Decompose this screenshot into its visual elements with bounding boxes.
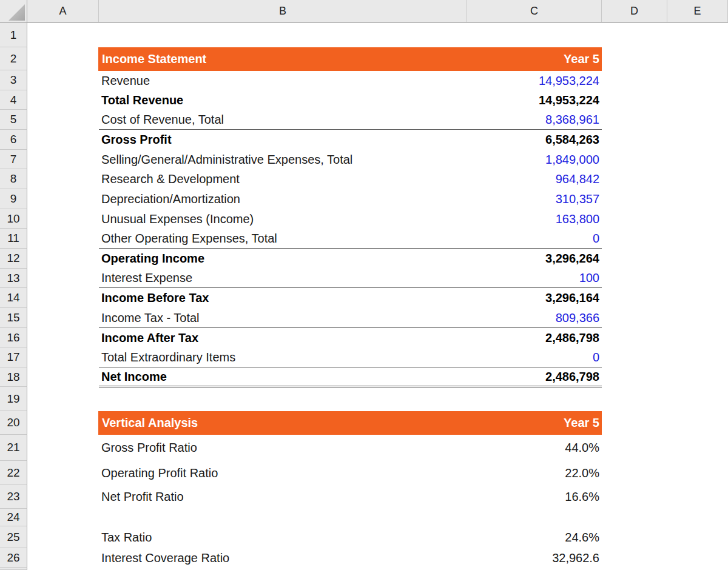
row-value-cell[interactable]: 0 bbox=[593, 232, 602, 246]
row-value-cell[interactable]: 310,357 bbox=[556, 192, 602, 206]
row-label-cell[interactable]: Depreciation/Amortization bbox=[99, 192, 240, 206]
row-label-cell[interactable]: Income After Tax bbox=[99, 331, 198, 345]
column-header-a[interactable]: A bbox=[27, 0, 99, 23]
column-header-e[interactable]: E bbox=[667, 0, 728, 23]
ratio-row-gross-profit-ratio: Gross Profit Ratio 44.0% bbox=[99, 435, 602, 461]
statement-row-revenue: Revenue 14,953,224 bbox=[99, 71, 602, 90]
row-header-12[interactable]: 12 bbox=[0, 249, 27, 269]
row-label-cell[interactable]: Income Before Tax bbox=[99, 291, 209, 305]
row-value-cell[interactable]: 3,296,164 bbox=[545, 291, 602, 305]
row-header-5[interactable]: 5 bbox=[0, 110, 27, 130]
column-header-c[interactable]: C bbox=[467, 0, 602, 23]
row-value-cell[interactable]: 2,486,798 bbox=[545, 331, 602, 345]
row-header-10[interactable]: 10 bbox=[0, 209, 27, 229]
income-statement-title: Income Statement bbox=[98, 52, 206, 66]
row-value-cell[interactable]: 44.0% bbox=[565, 441, 602, 455]
row-header-6[interactable]: 6 bbox=[0, 130, 27, 150]
row-label-cell[interactable]: Operating Profit Ratio bbox=[99, 466, 218, 480]
row-value-cell[interactable]: 6,584,263 bbox=[545, 133, 602, 147]
row-value-cell[interactable]: 8,368,961 bbox=[545, 113, 602, 127]
row-label-cell[interactable]: Net Profit Ratio bbox=[99, 490, 184, 504]
row-label-cell[interactable]: Total Extraordinary Items bbox=[99, 350, 235, 364]
ratio-row-net-profit-ratio: Net Profit Ratio 16.6% bbox=[99, 485, 602, 509]
row-header-15[interactable]: 15 bbox=[0, 308, 27, 328]
statement-row-interest-expense: Interest Expense 100 bbox=[99, 269, 602, 288]
row-value-cell[interactable]: 14,953,224 bbox=[539, 74, 602, 88]
vertical-analysis-period: Year 5 bbox=[564, 416, 602, 430]
statement-row-income-tax-total: Income Tax - Total 809,366 bbox=[99, 308, 602, 328]
vertical-analysis-title: Vertical Analysis bbox=[98, 416, 198, 430]
row-label-cell[interactable]: Selling/General/Administrative Expenses,… bbox=[99, 153, 352, 167]
income-statement-period: Year 5 bbox=[564, 52, 602, 66]
row-header-13[interactable]: 13 bbox=[0, 269, 27, 288]
row-header-21[interactable]: 21 bbox=[0, 435, 27, 461]
statement-row-depreciation-amortization: Depreciation/Amortization 310,357 bbox=[99, 189, 602, 209]
row-header-3[interactable]: 3 bbox=[0, 70, 27, 90]
row-header-17[interactable]: 17 bbox=[0, 347, 27, 367]
statement-row-total-revenue: Total Revenue 14,953,224 bbox=[99, 90, 602, 110]
statement-row-cost-of-revenue: Cost of Revenue, Total 8,368,961 bbox=[99, 110, 602, 130]
row-value-cell[interactable]: 964,842 bbox=[556, 172, 602, 186]
income-statement-header-bar[interactable]: Income Statement Year 5 bbox=[98, 47, 602, 71]
statement-row-income-before-tax: Income Before Tax 3,296,164 bbox=[99, 288, 602, 308]
row-label-cell[interactable]: Research & Development bbox=[99, 172, 240, 186]
statement-row-sga-expenses: Selling/General/Administrative Expenses,… bbox=[99, 150, 602, 169]
row-label-cell[interactable]: Gross Profit Ratio bbox=[99, 441, 197, 455]
row-header-23[interactable]: 23 bbox=[0, 485, 27, 509]
row-label-cell[interactable]: Operating Income bbox=[99, 252, 204, 266]
row-label-cell[interactable]: Other Operating Expenses, Total bbox=[99, 232, 277, 246]
row-value-cell[interactable]: 100 bbox=[579, 271, 602, 285]
row-header-4[interactable]: 4 bbox=[0, 90, 27, 110]
row-label-cell[interactable]: Cost of Revenue, Total bbox=[99, 113, 224, 127]
row-label-cell[interactable]: Revenue bbox=[99, 74, 150, 88]
row-header-19[interactable]: 19 bbox=[0, 387, 27, 411]
row-header-14[interactable]: 14 bbox=[0, 288, 27, 308]
row-header-1[interactable]: 1 bbox=[0, 23, 27, 47]
row-value-cell[interactable]: 809,366 bbox=[556, 311, 602, 325]
row-header-16[interactable]: 16 bbox=[0, 328, 27, 347]
row-label-cell[interactable]: Income Tax - Total bbox=[99, 311, 200, 325]
statement-row-operating-income: Operating Income 3,296,264 bbox=[99, 249, 602, 269]
row-label-cell[interactable]: Unusual Expenses (Income) bbox=[99, 212, 254, 226]
row-header-24[interactable]: 24 bbox=[0, 509, 27, 526]
row-value-cell[interactable]: 0 bbox=[593, 350, 602, 364]
vertical-analysis-header-bar[interactable]: Vertical Analysis Year 5 bbox=[98, 411, 602, 435]
row-header-25[interactable]: 25 bbox=[0, 526, 27, 548]
statement-row-other-operating-expenses: Other Operating Expenses, Total 0 bbox=[99, 229, 602, 249]
row-value-cell[interactable]: 163,800 bbox=[556, 212, 602, 226]
row-header-18[interactable]: 18 bbox=[0, 367, 27, 387]
row-label-cell[interactable]: Net Income bbox=[99, 370, 167, 384]
row-label-cell[interactable]: Tax Ratio bbox=[99, 531, 152, 545]
ratio-row-interest-coverage-ratio: Interest Coverage Ratio 32,962.6 bbox=[99, 548, 602, 568]
row-header-8[interactable]: 8 bbox=[0, 169, 27, 189]
row-value-cell[interactable]: 1,849,000 bbox=[545, 153, 602, 167]
row-header-26[interactable]: 26 bbox=[0, 548, 27, 568]
row-header-27-partial[interactable] bbox=[0, 568, 27, 570]
statement-row-unusual-expenses: Unusual Expenses (Income) 163,800 bbox=[99, 209, 602, 229]
row-label-cell[interactable]: Gross Profit bbox=[99, 133, 172, 147]
row-header-7[interactable]: 7 bbox=[0, 150, 27, 169]
spreadsheet-grid: ABCDE 1234567891011121314151617181920212… bbox=[0, 0, 728, 570]
column-header-d[interactable]: D bbox=[602, 0, 667, 23]
row-header-9[interactable]: 9 bbox=[0, 189, 27, 209]
statement-row-research-development: Research & Development 964,842 bbox=[99, 169, 602, 189]
row-value-cell[interactable]: 14,953,224 bbox=[539, 93, 602, 107]
row-label-cell[interactable]: Interest Expense bbox=[99, 271, 192, 285]
row-label-cell[interactable]: Interest Coverage Ratio bbox=[99, 551, 229, 565]
row-header-20[interactable]: 20 bbox=[0, 411, 27, 435]
row-header-2[interactable]: 2 bbox=[0, 47, 27, 70]
row-value-cell[interactable]: 22.0% bbox=[565, 466, 602, 480]
select-all-triangle-icon bbox=[8, 4, 25, 21]
column-header-b[interactable]: B bbox=[99, 0, 467, 23]
row-value-cell[interactable]: 24.6% bbox=[565, 531, 602, 545]
select-all-button[interactable] bbox=[0, 0, 27, 23]
row-header-22[interactable]: 22 bbox=[0, 461, 27, 485]
row-label-cell[interactable]: Total Revenue bbox=[99, 93, 183, 107]
row-value-cell[interactable]: 3,296,264 bbox=[545, 252, 602, 266]
row-value-cell[interactable]: 32,962.6 bbox=[552, 551, 602, 565]
statement-row-gross-profit: Gross Profit 6,584,263 bbox=[99, 130, 602, 150]
row-value-cell[interactable]: 16.6% bbox=[565, 490, 602, 504]
row-header-11[interactable]: 11 bbox=[0, 229, 27, 249]
row-value-cell[interactable]: 2,486,798 bbox=[545, 370, 602, 384]
statement-row-total-extraordinary-items: Total Extraordinary Items 0 bbox=[99, 347, 602, 367]
